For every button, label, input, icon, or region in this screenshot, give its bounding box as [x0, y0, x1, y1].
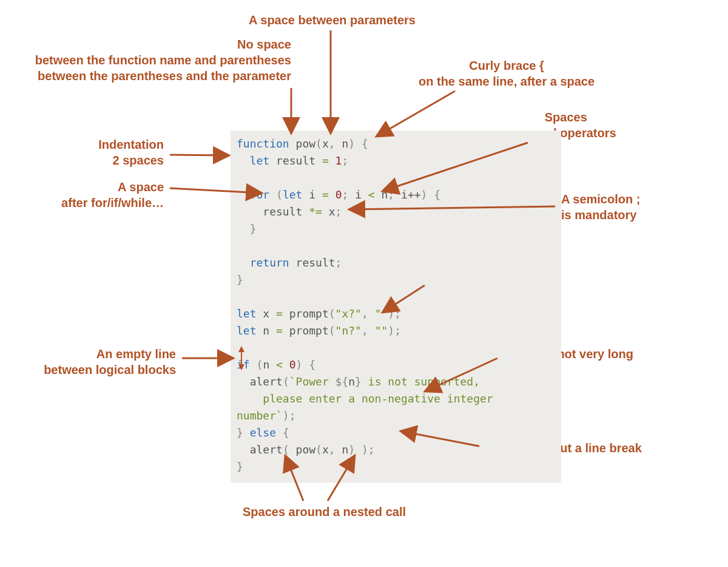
annotation-empty-line: An empty line between logical blocks	[36, 346, 176, 378]
annotation-curly: Curly brace { on the same line, after a …	[419, 58, 595, 89]
code-block: function pow(x, n) { let result = 1; for…	[231, 131, 561, 483]
annotation-indent: Indentation 2 spaces	[61, 137, 164, 168]
annotation-no-space: No space between the function name and p…	[6, 36, 291, 84]
annotation-semicolon: A semicolon ; is mandatory	[561, 191, 640, 223]
svg-line-4	[170, 155, 229, 155]
annotation-space-params: A space between parameters	[249, 12, 416, 28]
annotation-nested: Spaces around a nested call	[243, 504, 406, 520]
svg-line-2	[376, 91, 455, 137]
annotation-space-after: A space after for/if/while…	[55, 179, 164, 211]
